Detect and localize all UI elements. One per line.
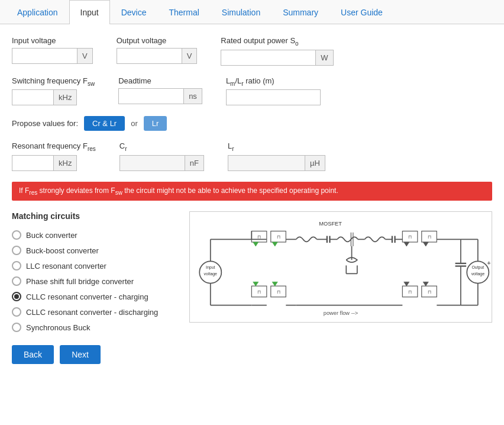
switching-freq-group: Switching frequency Fsw 190 kHz <box>12 76 95 106</box>
resonant-freq-field[interactable]: 190 kHz <box>12 155 96 171</box>
radio-sync-buck[interactable] <box>12 323 21 332</box>
tab-input[interactable]: Input <box>69 0 110 24</box>
switching-freq-label: Switching frequency Fsw <box>12 76 95 87</box>
circuit-item-llc[interactable]: LLC resonant converter <box>12 261 177 271</box>
circuit-item-cllc-discharging[interactable]: CLLC resonant converter - discharging <box>12 307 177 317</box>
matching-section: Matching circuits Buck converter Buck-bo… <box>12 211 492 332</box>
switching-freq-unit: kHz <box>53 89 77 105</box>
radio-cllc-charging[interactable] <box>12 292 21 301</box>
tab-application[interactable]: Application <box>6 0 69 24</box>
radio-cllc-discharging[interactable] <box>12 307 21 317</box>
propose-label: Propose values for: <box>12 119 78 128</box>
warning-text: If Fres strongly deviates from Fsw the c… <box>19 186 338 195</box>
tab-user-guide[interactable]: User Guide <box>329 0 394 24</box>
circuit-item-psfb[interactable]: Phase shift full bridge converter <box>12 276 177 286</box>
deadtime-group: Deadtime 200 ns <box>118 76 202 106</box>
main-content: Input voltage 800 V Output voltage 610 V… <box>0 24 504 370</box>
propose-cr-lr-button[interactable]: Cr & Lr <box>84 116 125 131</box>
propose-row: Propose values for: Cr & Lr or Lr <box>12 116 492 131</box>
resonant-freq-group: Resonant frequency Fres 190 kHz <box>12 141 96 171</box>
input-voltage-label: Input voltage <box>12 36 93 45</box>
circuit-item-sync-buck[interactable]: Synchronous Buck <box>12 323 177 332</box>
output-voltage-label: Output voltage <box>117 36 198 45</box>
svg-text:⊓: ⊓ <box>277 234 280 240</box>
svg-text:power flow -->: power flow --> <box>324 310 358 316</box>
cr-label: Cr <box>119 141 204 152</box>
lm-lr-group: Lm/Lr ratio (m) 9.5 <box>226 76 321 106</box>
circuit-item-cllc-charging[interactable]: CLLC resonant converter - charging <box>12 292 177 301</box>
circuit-item-buck[interactable]: Buck converter <box>12 230 177 240</box>
deadtime-input[interactable]: 200 <box>118 88 183 104</box>
form-row-2: Switching frequency Fsw 190 kHz Deadtime… <box>12 76 492 106</box>
form-row-1: Input voltage 800 V Output voltage 610 V… <box>12 36 492 66</box>
svg-text:⊓: ⊓ <box>277 289 280 295</box>
lr-unit: µH <box>305 155 325 171</box>
output-voltage-group: Output voltage 610 V <box>117 36 198 66</box>
resonant-freq-unit: kHz <box>53 155 77 171</box>
resonant-freq-label: Resonant frequency Fres <box>12 141 96 152</box>
svg-text:+: + <box>487 260 491 267</box>
next-button[interactable]: Next <box>60 345 101 364</box>
nav-tabs: Application Input Device Thermal Simulat… <box>0 0 504 24</box>
input-voltage-input[interactable]: 800 <box>12 48 77 64</box>
tab-simulation[interactable]: Simulation <box>211 0 272 24</box>
radio-psfb[interactable] <box>12 276 21 286</box>
switching-freq-input[interactable]: 190 <box>12 89 53 105</box>
output-voltage-unit: V <box>182 48 198 64</box>
deadtime-label: Deadtime <box>118 76 202 85</box>
circuit-label-psfb: Phase shift full bridge converter <box>26 277 134 286</box>
svg-text:⊓: ⊓ <box>428 289 431 295</box>
warning-banner: If Fres strongly deviates from Fsw the c… <box>12 182 492 201</box>
circuit-label-buck: Buck converter <box>26 231 77 240</box>
propose-lr-button[interactable]: Lr <box>144 116 167 131</box>
circuit-label-cllc-discharging: CLLC resonant converter - discharging <box>26 308 158 317</box>
rated-power-input[interactable]: 22000 <box>221 50 315 66</box>
cr-group: Cr 54.3904 nF <box>119 141 204 171</box>
lm-lr-field[interactable]: 9.5 <box>226 89 321 105</box>
svg-text:Output: Output <box>471 265 484 270</box>
matching-title: Matching circuits <box>12 211 177 221</box>
input-voltage-field[interactable]: 800 V <box>12 48 93 64</box>
tab-summary[interactable]: Summary <box>272 0 329 24</box>
lr-label: Lr <box>228 141 325 152</box>
svg-text:⊓: ⊓ <box>257 289 261 295</box>
svg-text:Input: Input <box>206 265 215 270</box>
radio-llc[interactable] <box>12 261 21 271</box>
switching-freq-field[interactable]: 190 kHz <box>12 89 95 105</box>
output-voltage-input[interactable]: 610 <box>117 48 182 64</box>
back-button[interactable]: Back <box>12 345 54 364</box>
rated-power-label: Rated output power So <box>221 36 333 47</box>
circuit-item-buck-boost[interactable]: Buck-boost converter <box>12 246 177 255</box>
form-row-3: Resonant frequency Fres 190 kHz Cr 54.39… <box>12 141 492 171</box>
cr-input[interactable]: 54.3904 <box>119 155 185 171</box>
circuits-list: Matching circuits Buck converter Buck-bo… <box>12 211 177 332</box>
radio-buck[interactable] <box>12 230 21 240</box>
lr-field[interactable]: 12.9006 µH <box>228 155 325 171</box>
bottom-buttons: Back Next <box>12 345 492 364</box>
input-voltage-unit: V <box>77 48 93 64</box>
output-voltage-field[interactable]: 610 V <box>117 48 198 64</box>
resonant-freq-input[interactable]: 190 <box>12 155 53 171</box>
rated-power-unit: W <box>315 50 333 66</box>
svg-text:⊓: ⊓ <box>408 289 412 295</box>
tab-device[interactable]: Device <box>110 0 158 24</box>
svg-text:⊓: ⊓ <box>408 234 412 240</box>
svg-text:MOSFET: MOSFET <box>319 221 342 227</box>
lm-lr-label: Lm/Lr ratio (m) <box>226 76 321 87</box>
propose-or-text: or <box>131 119 138 128</box>
circuit-diagram: Input voltage ⊓ ⊓ <box>189 211 492 322</box>
svg-text:⊓: ⊓ <box>428 234 431 240</box>
tab-thermal[interactable]: Thermal <box>157 0 210 24</box>
input-voltage-group: Input voltage 800 V <box>12 36 93 66</box>
lr-input[interactable]: 12.9006 <box>228 155 305 171</box>
svg-text:voltage: voltage <box>204 272 218 276</box>
circuit-label-llc: LLC resonant converter <box>26 262 106 271</box>
svg-text:voltage: voltage <box>471 272 485 276</box>
circuit-label-sync-buck: Synchronous Buck <box>26 323 90 332</box>
lm-lr-input[interactable]: 9.5 <box>226 89 321 105</box>
rated-power-field[interactable]: 22000 W <box>221 50 333 66</box>
rated-power-group: Rated output power So 22000 W <box>221 36 333 66</box>
cr-field[interactable]: 54.3904 nF <box>119 155 204 171</box>
deadtime-field[interactable]: 200 ns <box>118 88 202 104</box>
radio-buck-boost[interactable] <box>12 246 21 255</box>
